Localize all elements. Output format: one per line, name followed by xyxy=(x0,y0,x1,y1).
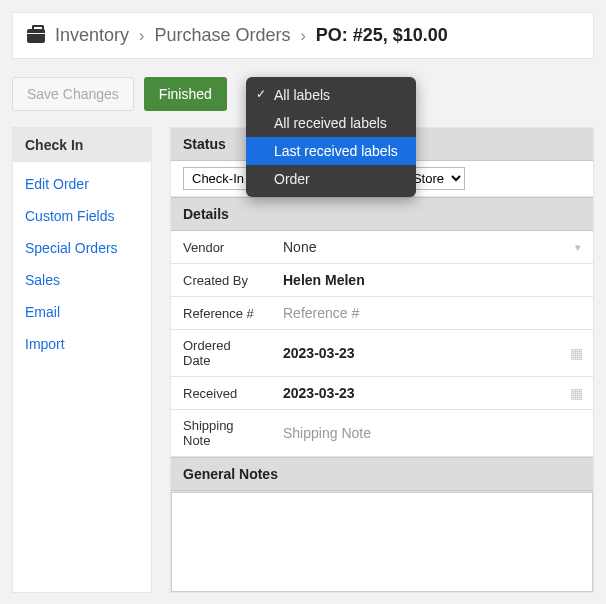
vendor-select[interactable]: None ▾ xyxy=(271,231,593,264)
general-notes-header: General Notes xyxy=(171,457,593,491)
general-notes-textarea[interactable] xyxy=(171,492,593,592)
dropdown-item-last-received-labels[interactable]: Last received labels xyxy=(246,137,416,165)
chevron-right-icon: › xyxy=(298,27,307,45)
dropdown-item-all-received-labels[interactable]: All received labels xyxy=(246,109,416,137)
calendar-icon[interactable]: ▦ xyxy=(570,385,583,401)
shipping-note-label: Shipping Note xyxy=(171,410,271,457)
dropdown-item-all-labels[interactable]: All labels xyxy=(246,81,416,109)
print-labels-dropdown: All labels All received labels Last rece… xyxy=(246,77,416,197)
reference-input[interactable] xyxy=(283,305,581,321)
vendor-value: None xyxy=(283,239,316,255)
breadcrumb-current: PO: #25, $10.00 xyxy=(316,25,448,46)
sidebar-header: Check In xyxy=(13,128,151,162)
reference-label: Reference # xyxy=(171,297,271,330)
sidebar-link-edit-order[interactable]: Edit Order xyxy=(13,168,151,200)
shipping-note-input[interactable] xyxy=(283,425,581,441)
received-date-label: Received xyxy=(171,377,271,410)
toolbar: Save Changes Finished All labels All rec… xyxy=(12,77,594,111)
ordered-date-value[interactable]: 2023-03-23 xyxy=(283,345,355,361)
createdby-value: Helen Melen xyxy=(283,272,365,288)
createdby-label: Created By xyxy=(171,264,271,297)
sidebar: Check In Edit Order Custom Fields Specia… xyxy=(12,127,152,593)
sidebar-link-import[interactable]: Import xyxy=(13,328,151,360)
save-changes-button: Save Changes xyxy=(12,77,134,111)
sidebar-link-custom-fields[interactable]: Custom Fields xyxy=(13,200,151,232)
breadcrumb: Inventory › Purchase Orders › PO: #25, $… xyxy=(12,12,594,59)
finished-button[interactable]: Finished xyxy=(144,77,227,111)
details-section-header: Details xyxy=(171,197,593,231)
vendor-label: Vendor xyxy=(171,231,271,264)
breadcrumb-inventory[interactable]: Inventory xyxy=(55,25,129,46)
details-table: Vendor None ▾ Created By Helen Melen Ref… xyxy=(171,231,593,457)
sidebar-link-special-orders[interactable]: Special Orders xyxy=(13,232,151,264)
received-date-value[interactable]: 2023-03-23 xyxy=(283,385,355,401)
sidebar-link-sales[interactable]: Sales xyxy=(13,264,151,296)
ordered-date-label: Ordered Date xyxy=(171,330,271,377)
dropdown-item-order[interactable]: Order xyxy=(246,165,416,193)
chevron-down-icon: ▾ xyxy=(575,241,581,254)
breadcrumb-purchase-orders[interactable]: Purchase Orders xyxy=(154,25,290,46)
briefcase-icon xyxy=(27,29,45,43)
chevron-right-icon: › xyxy=(137,27,146,45)
calendar-icon[interactable]: ▦ xyxy=(570,345,583,361)
sidebar-link-email[interactable]: Email xyxy=(13,296,151,328)
